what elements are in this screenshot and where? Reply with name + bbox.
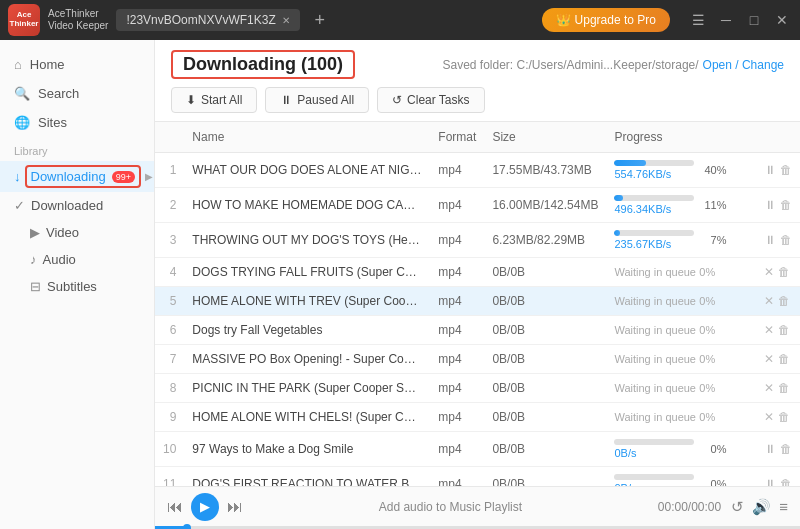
seek-handle[interactable] <box>183 524 191 530</box>
minimize-icon[interactable]: ─ <box>716 12 736 28</box>
start-all-button[interactable]: ⬇ Start All <box>171 87 257 113</box>
row-format: mp4 <box>430 188 484 223</box>
next-button[interactable]: ⏭ <box>227 498 243 516</box>
close-window-icon[interactable]: ✕ <box>772 12 792 28</box>
sidebar-item-subtitles[interactable]: ⊟ Subtitles <box>0 273 154 300</box>
library-label: Library <box>0 137 154 161</box>
pause-icon[interactable]: ⏸ <box>764 477 776 486</box>
delete-icon[interactable]: 🗑 <box>780 442 792 456</box>
app-name: AceThinker Video Keeper <box>48 8 108 32</box>
pause-icon[interactable]: ⏸ <box>764 233 776 247</box>
cancel-icon[interactable]: ✕ <box>764 381 774 395</box>
playback-controls: ⏮ ▶ ⏭ <box>167 493 243 521</box>
row-number: 4 <box>155 258 184 287</box>
row-progress: Waiting in queue 0% <box>606 316 756 345</box>
row-number: 11 <box>155 467 184 487</box>
row-actions: ✕🗑 <box>756 287 800 316</box>
prev-button[interactable]: ⏮ <box>167 498 183 516</box>
delete-icon[interactable]: 🗑 <box>780 198 792 212</box>
main-layout: ⌂ Home 🔍 Search 🌐 Sites Library ↓ Downlo… <box>0 40 800 529</box>
row-format: mp4 <box>430 316 484 345</box>
volume-icon[interactable]: 🔊 <box>752 498 771 516</box>
sidebar-item-home[interactable]: ⌂ Home <box>0 50 154 79</box>
row-size: 0B/0B <box>484 467 606 487</box>
crown-icon: 👑 <box>556 13 571 27</box>
row-progress: Waiting in queue 0% <box>606 287 756 316</box>
maximize-icon[interactable]: □ <box>744 12 764 28</box>
row-format: mp4 <box>430 467 484 487</box>
row-actions: ✕🗑 <box>756 258 800 287</box>
row-name: Dogs try Fall Vegetables <box>184 316 430 345</box>
row-actions: ✕🗑 <box>756 403 800 432</box>
page-title: Downloading (100) <box>183 54 343 74</box>
row-format: mp4 <box>430 258 484 287</box>
row-actions: ✕🗑 <box>756 374 800 403</box>
play-button[interactable]: ▶ <box>191 493 219 521</box>
waiting-text: Waiting in queue <box>614 382 696 394</box>
col-format: Format <box>430 122 484 153</box>
row-format: mp4 <box>430 223 484 258</box>
pause-icon[interactable]: ⏸ <box>764 198 776 212</box>
cancel-icon[interactable]: ✕ <box>764 410 774 424</box>
cancel-icon[interactable]: ✕ <box>764 294 774 308</box>
delete-icon[interactable]: 🗑 <box>778 352 790 366</box>
arrow-right-icon: ▶ <box>145 171 153 182</box>
delete-icon[interactable]: 🗑 <box>778 265 790 279</box>
cancel-icon[interactable]: ✕ <box>764 265 774 279</box>
sidebar-item-video[interactable]: ▶ Video <box>0 219 154 246</box>
row-number: 5 <box>155 287 184 316</box>
delete-icon[interactable]: 🗑 <box>780 477 792 486</box>
row-name: HOW TO MAKE HOMEMADE DOG CANDY! <box>184 188 430 223</box>
bottom-bar: ⏮ ▶ ⏭ Add audio to Music Playlist 00:00/… <box>155 486 800 526</box>
downloading-badge: 99+ <box>112 171 135 183</box>
row-size: 0B/0B <box>484 287 606 316</box>
speed-text: 496.34KB/s <box>614 203 694 215</box>
download-icon: ↓ <box>14 169 21 184</box>
delete-icon[interactable]: 🗑 <box>778 381 790 395</box>
downloads-table-container: Name Format Size Progress 1 WHAT OUR DOG… <box>155 122 800 486</box>
row-format: mp4 <box>430 432 484 467</box>
repeat-icon[interactable]: ↺ <box>731 498 744 516</box>
row-size: 17.55MB/43.73MB <box>484 153 606 188</box>
upgrade-button[interactable]: 👑 Upgrade to Pro <box>542 8 670 32</box>
subtitles-icon: ⊟ <box>30 279 41 294</box>
pause-icon[interactable]: ⏸ <box>764 442 776 456</box>
delete-icon[interactable]: 🗑 <box>778 410 790 424</box>
row-name: DOG'S FIRST REACTION TO WATER BALLOONS! <box>184 467 430 487</box>
row-number: 9 <box>155 403 184 432</box>
row-size: 0B/0B <box>484 432 606 467</box>
row-size: 0B/0B <box>484 316 606 345</box>
open-change-link[interactable]: Open / Change <box>703 58 784 72</box>
browser-tab[interactable]: !23VnvBOomNXVvWF1K3Z ✕ <box>116 9 299 31</box>
clear-tasks-button[interactable]: ↺ Clear Tasks <box>377 87 484 113</box>
row-size: 0B/0B <box>484 374 606 403</box>
delete-icon[interactable]: 🗑 <box>778 294 790 308</box>
paused-all-button[interactable]: ⏸ Paused All <box>265 87 369 113</box>
row-size: 6.23MB/82.29MB <box>484 223 606 258</box>
sidebar-item-downloaded[interactable]: ✓ Downloaded <box>0 192 154 219</box>
row-size: 0B/0B <box>484 345 606 374</box>
sidebar-item-audio[interactable]: ♪ Audio <box>0 246 154 273</box>
sidebar-item-downloading[interactable]: ↓ Downloading 99+ ▶ <box>0 161 154 192</box>
cancel-icon[interactable]: ✕ <box>764 352 774 366</box>
delete-icon[interactable]: 🗑 <box>780 163 792 177</box>
speed-text: 0B/s <box>614 447 694 459</box>
row-actions: ⏸🗑 <box>756 467 800 487</box>
col-num <box>155 122 184 153</box>
row-name: 97 Ways to Make a Dog Smile <box>184 432 430 467</box>
delete-icon[interactable]: 🗑 <box>780 233 792 247</box>
row-progress: Waiting in queue 0% <box>606 374 756 403</box>
delete-icon[interactable]: 🗑 <box>778 323 790 337</box>
cancel-icon[interactable]: ✕ <box>764 323 774 337</box>
add-audio-label: Add audio to Music Playlist <box>253 500 648 514</box>
sidebar-item-search[interactable]: 🔍 Search <box>0 79 154 108</box>
sidebar-item-sites[interactable]: 🌐 Sites <box>0 108 154 137</box>
menu-icon[interactable]: ☰ <box>688 12 708 28</box>
close-tab-icon[interactable]: ✕ <box>282 15 290 26</box>
col-size: Size <box>484 122 606 153</box>
progress-bar: 0B/s 0% <box>614 474 748 486</box>
pause-icon[interactable]: ⏸ <box>764 163 776 177</box>
row-number: 10 <box>155 432 184 467</box>
playlist-icon[interactable]: ≡ <box>779 498 788 516</box>
add-tab-button[interactable]: + <box>308 8 332 32</box>
